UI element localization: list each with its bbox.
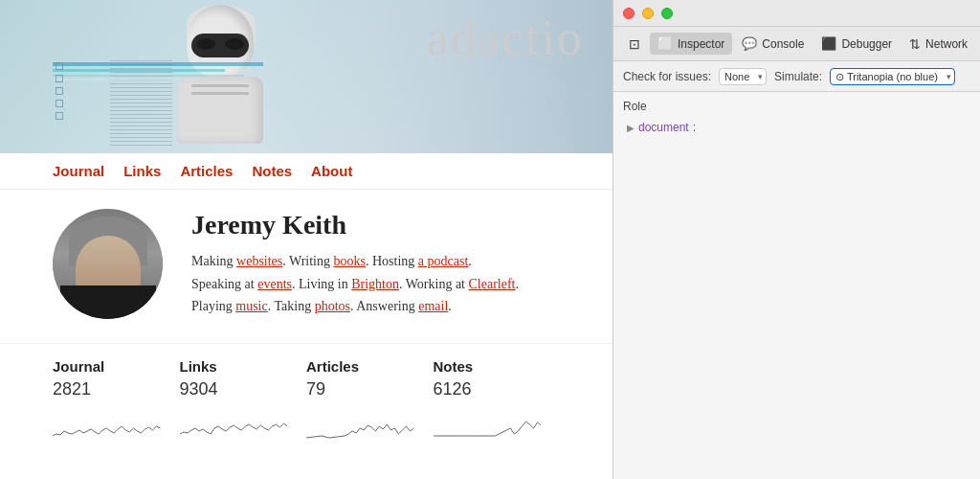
stat-articles-label: Articles (306, 358, 414, 375)
stat-articles: Articles 79 (306, 358, 434, 445)
devtools-panel: ⊡ ⬜ Inspector 💬 Console ⬛ Debugger ⇅ Net… (612, 0, 980, 479)
stat-articles-value: 79 (306, 379, 414, 399)
bio-link-events[interactable]: events (257, 277, 292, 291)
simulate-label: Simulate: (774, 70, 822, 83)
tree-arrow-icon: ▶ (627, 123, 635, 133)
nav-links[interactable]: Links (123, 163, 161, 179)
devtools-toolbar: ⊡ ⬜ Inspector 💬 Console ⬛ Debugger ⇅ Net… (613, 27, 980, 61)
nav-about[interactable]: About (311, 163, 352, 179)
check-issues-select[interactable]: None (719, 68, 767, 85)
stat-links-sparkline (180, 407, 288, 441)
avatar (53, 209, 163, 319)
stat-links-label: Links (180, 358, 288, 375)
bio-link-websites[interactable]: websites (236, 254, 282, 268)
devtools-role-section: Role ▶ document : (613, 92, 980, 144)
bio-link-books[interactable]: books (334, 254, 366, 268)
stat-links-value: 9304 (180, 379, 288, 399)
check-issues-select-wrapper: None (719, 68, 767, 85)
stat-notes-value: 6126 (434, 379, 542, 399)
body (177, 77, 263, 144)
bio-link-music[interactable]: music (235, 299, 267, 313)
devtools-network-btn[interactable]: ⇅ Network (902, 33, 975, 56)
stat-articles-sparkline (306, 407, 414, 441)
site-logo: adactio (427, 10, 584, 66)
simulate-select-wrapper: ⊙ Tritanopia (no blue) (830, 68, 955, 85)
traffic-light-minimize[interactable] (642, 8, 654, 19)
stormtrooper-figure (153, 5, 287, 148)
profile-name: Jeremy Keith (191, 210, 519, 240)
devtools-debugger-btn[interactable]: ⬛ Debugger (813, 33, 900, 55)
profile-section: Jeremy Keith Making websites. Writing bo… (0, 190, 612, 338)
stat-links: Links 9304 (180, 358, 307, 445)
stat-journal-value: 2821 (53, 379, 161, 399)
network-label: Network (925, 37, 968, 51)
role-label: Role (623, 100, 970, 113)
console-label: Console (762, 37, 804, 51)
site-header: adactio (0, 0, 612, 153)
profile-text: Jeremy Keith Making websites. Writing bo… (191, 210, 519, 318)
devtools-inspector-btn[interactable]: ⬜ Inspector (650, 33, 732, 55)
simulate-select[interactable]: ⊙ Tritanopia (no blue) (830, 68, 955, 85)
stat-journal-label: Journal (53, 358, 161, 375)
nav-articles[interactable]: Articles (180, 163, 233, 179)
stat-journal: Journal 2821 (53, 358, 180, 445)
inspector-label: Inspector (678, 37, 724, 51)
bio-link-email[interactable]: email (418, 299, 448, 313)
traffic-light-maximize[interactable] (661, 8, 673, 19)
pick-element-icon: ⊡ (629, 36, 640, 52)
profile-bio: Making websites. Writing books. Hosting … (191, 250, 519, 318)
inspector-icon: ⬜ (657, 36, 673, 51)
devtools-pick-element-btn[interactable]: ⊡ (621, 33, 648, 56)
stat-journal-sparkline (53, 407, 161, 441)
debugger-icon: ⬛ (821, 36, 836, 51)
bio-link-photos[interactable]: photos (315, 299, 350, 313)
stat-notes: Notes 6126 (434, 358, 561, 445)
bio-link-podcast[interactable]: a podcast (418, 254, 468, 268)
check-issues-label: Check for issues: (623, 70, 711, 83)
site-nav: Journal Links Articles Notes About (0, 153, 612, 190)
stat-notes-sparkline (434, 407, 542, 441)
network-icon: ⇅ (909, 36, 921, 52)
nav-notes[interactable]: Notes (252, 163, 292, 179)
main-site: adactio Journal Links Articles Notes Abo… (0, 0, 612, 479)
devtools-options-bar: Check for issues: None Simulate: ⊙ Trita… (613, 61, 980, 92)
bio-link-clearleft[interactable]: Clearleft (469, 277, 516, 291)
role-name: document (638, 121, 689, 134)
role-tree-document[interactable]: ▶ document : (623, 119, 970, 136)
bio-link-brighton[interactable]: Brighton (351, 277, 399, 291)
stats-section: Journal 2821 Links 9304 Articles 79 Note… (0, 343, 612, 445)
visor (191, 34, 249, 57)
stat-notes-label: Notes (434, 358, 542, 375)
role-colon: : (693, 121, 696, 134)
nav-journal[interactable]: Journal (53, 163, 104, 179)
console-icon: 💬 (742, 36, 757, 51)
devtools-console-btn[interactable]: 💬 Console (734, 33, 812, 55)
devtools-titlebar (613, 0, 980, 27)
debugger-label: Debugger (841, 37, 892, 51)
traffic-light-close[interactable] (623, 8, 635, 19)
header-banner-figure (57, 0, 325, 153)
